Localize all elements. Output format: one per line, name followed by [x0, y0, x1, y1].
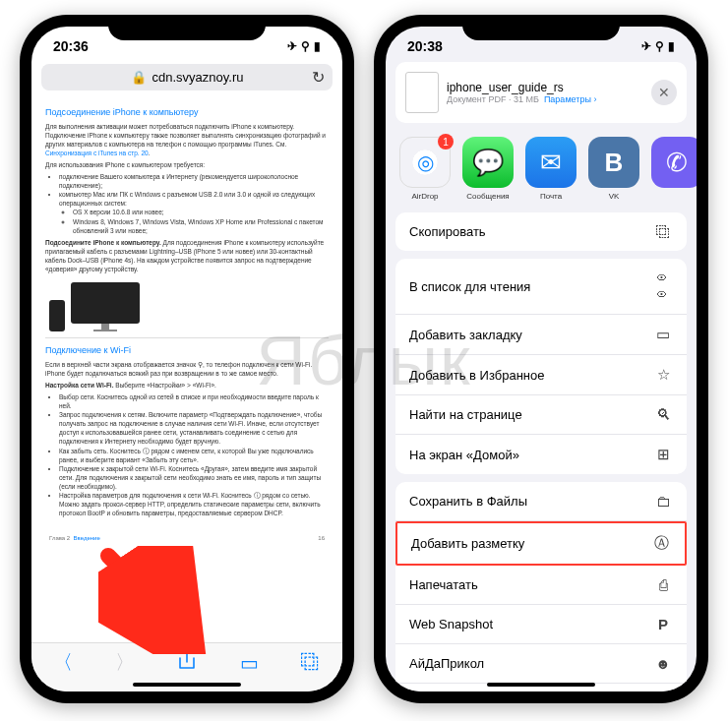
illustration-monitor — [71, 282, 140, 324]
lock-icon: 🔒 — [131, 70, 147, 85]
glasses-icon: ᯣᯣ — [653, 270, 673, 303]
document-title: iphone_user_guide_rs — [447, 81, 643, 94]
address-bar[interactable]: 🔒 cdn.svyaznoy.ru ↻ — [41, 64, 333, 90]
book-icon: ▭ — [653, 326, 673, 343]
screen-right: 20:38 ✈︎ ⚲ ▮ iphone_user_guide_rs Докуме… — [386, 27, 697, 691]
close-icon: ✕ — [658, 85, 670, 100]
share-apps-row[interactable]: ◎1 AirDrop 💬 Сообщения ✉︎ Почта B VK ✆ — [386, 133, 697, 212]
share-header: iphone_user_guide_rs Документ PDF · 31 М… — [395, 62, 687, 123]
app-vk[interactable]: B VK — [588, 137, 639, 201]
status-icons: ✈︎ ⚲ ▮ — [641, 39, 675, 53]
page-footer: Глава 2 Введение 16 — [45, 520, 329, 542]
action-markup[interactable]: Добавить разметку Ⓐ — [395, 521, 687, 566]
action-group-3: Сохранить в Файлы 🗀 Добавить разметку Ⓐ … — [395, 482, 687, 691]
action-add-bookmark[interactable]: Добавить закладку ▭ — [395, 315, 687, 355]
copy-icon: ⿻ — [653, 223, 673, 240]
bookmarks-button[interactable]: ▭ — [240, 651, 259, 675]
snapshot-icon: P — [653, 616, 673, 632]
li-osx: OS X версии 10.6.8 или новее; — [73, 208, 329, 216]
notch — [108, 15, 266, 40]
forward-button: 〉 — [115, 649, 135, 676]
back-button[interactable]: 〈 — [53, 649, 73, 676]
para5: Выберите «Настройки» > «Wi-Fi». — [113, 382, 215, 389]
share-button[interactable] — [177, 648, 197, 677]
action-aidaprikol[interactable]: АйДаПрикол ☻ — [395, 644, 687, 684]
heading-connect-computer: Подсоединение iPhone к компьютеру — [45, 106, 329, 119]
li-windows: Windows 8, Windows 7, Windows Vista, Win… — [73, 217, 329, 235]
para3-bold: Подсоедините iPhone к компьютеру. — [45, 239, 161, 246]
action-group-1: Скопировать ⿻ — [395, 212, 687, 251]
tabs-button[interactable]: ⿻ — [301, 651, 321, 674]
notch — [462, 15, 620, 40]
status-time: 20:38 — [407, 38, 443, 54]
action-group-2: В список для чтения ᯣᯣ Добавить закладку… — [395, 259, 687, 474]
action-save-files[interactable]: Сохранить в Файлы 🗀 — [395, 482, 687, 521]
airplane-icon: ✈︎ — [287, 39, 297, 53]
para4: Если в верхней части экрана отображается… — [45, 360, 329, 378]
vk-icon: B — [588, 137, 639, 188]
li-choose-net: Выбор сети. Коснитесь одной из сетей в с… — [59, 392, 329, 410]
reload-icon[interactable]: ↻ — [312, 68, 325, 87]
li-forget: Как забыть сеть. Коснитесь ⓘ рядом с име… — [59, 447, 329, 464]
plus-square-icon: ⊞ — [653, 446, 673, 463]
phone-left: 20:36 ✈︎ ⚲ ▮ 🔒 cdn.svyaznoy.ru ↻ Подсоед… — [20, 15, 354, 703]
home-indicator[interactable] — [487, 683, 595, 687]
messages-icon: 💬 — [462, 137, 514, 188]
document-subtitle: Документ PDF · 31 МБ Параметры › — [447, 94, 643, 104]
close-button[interactable]: ✕ — [651, 80, 677, 105]
action-find-on-page[interactable]: Найти на странице 🔍︎ — [395, 395, 687, 435]
li-closed: Подключение к закрытой сети Wi-Fi. Косни… — [59, 464, 329, 491]
illustration-iphone — [49, 300, 65, 331]
app-mail[interactable]: ✉︎ Почта — [525, 137, 576, 201]
link-itunes[interactable]: Синхронизация с iTunes на стр. 20 — [45, 150, 149, 156]
airplane-icon: ✈︎ — [641, 39, 651, 53]
smile-icon: ☻ — [653, 655, 673, 672]
action-add-home[interactable]: На экран «Домой» ⊞ — [395, 435, 687, 474]
search-icon: 🔍︎ — [653, 406, 673, 423]
printer-icon: ⎙ — [653, 576, 673, 593]
status-icons: ✈︎ ⚲ ▮ — [287, 39, 321, 53]
mail-icon: ✉︎ — [525, 137, 576, 188]
action-print[interactable]: Напечатать ⎙ — [395, 566, 687, 605]
app-airdrop[interactable]: ◎1 AirDrop — [399, 137, 451, 201]
device-illustration — [45, 276, 329, 338]
document-icon — [405, 72, 439, 113]
url-text: cdn.svyaznoy.ru — [152, 70, 244, 85]
airdrop-icon: ◎1 — [399, 137, 451, 188]
action-web-snapshot[interactable]: Web Snapshot P — [395, 605, 687, 644]
folder-icon: 🗀 — [653, 493, 673, 510]
wifi-icon: ⚲ — [301, 39, 310, 53]
status-time: 20:36 — [53, 38, 89, 54]
para1: Для выполнения активации может потребова… — [45, 123, 326, 148]
battery-icon: ▮ — [314, 39, 321, 53]
li-internet: подключение Вашего компьютера к Интернет… — [59, 172, 329, 190]
heading-wifi: Подключение к Wi-Fi — [45, 344, 329, 357]
wifi-icon: ⚲ — [655, 39, 664, 53]
star-icon: ☆ — [653, 366, 673, 384]
airdrop-badge: 1 — [438, 134, 454, 150]
screen-left: 20:36 ✈︎ ⚲ ▮ 🔒 cdn.svyaznoy.ru ↻ Подсоед… — [31, 27, 342, 691]
para2: Для использования iPhone с компьютером т… — [45, 160, 329, 169]
app-viber[interactable]: ✆ — [651, 137, 697, 201]
action-copy[interactable]: Скопировать ⿻ — [395, 212, 687, 251]
li-computer: компьютер Mac или ПК с Windows с разъемо… — [59, 191, 315, 207]
markup-icon: Ⓐ — [651, 534, 671, 553]
viber-icon: ✆ — [651, 137, 697, 188]
action-add-favorite[interactable]: Добавить в Избранное ☆ — [395, 355, 687, 395]
para5-bold: Настройка сети Wi-Fi. — [45, 382, 113, 389]
li-settings: Настройка параметров для подключения к с… — [59, 491, 329, 517]
page-content[interactable]: Подсоединение iPhone к компьютеру Для вы… — [31, 94, 342, 626]
phone-right: 20:38 ✈︎ ⚲ ▮ iphone_user_guide_rs Докуме… — [374, 15, 708, 703]
options-link[interactable]: Параметры › — [544, 94, 596, 104]
battery-icon: ▮ — [668, 39, 675, 53]
li-ask-join: Запрос подключения к сетям. Включите пар… — [59, 410, 329, 446]
home-indicator[interactable] — [133, 683, 241, 687]
action-reading-list[interactable]: В список для чтения ᯣᯣ — [395, 259, 687, 315]
app-messages[interactable]: 💬 Сообщения — [462, 137, 514, 201]
